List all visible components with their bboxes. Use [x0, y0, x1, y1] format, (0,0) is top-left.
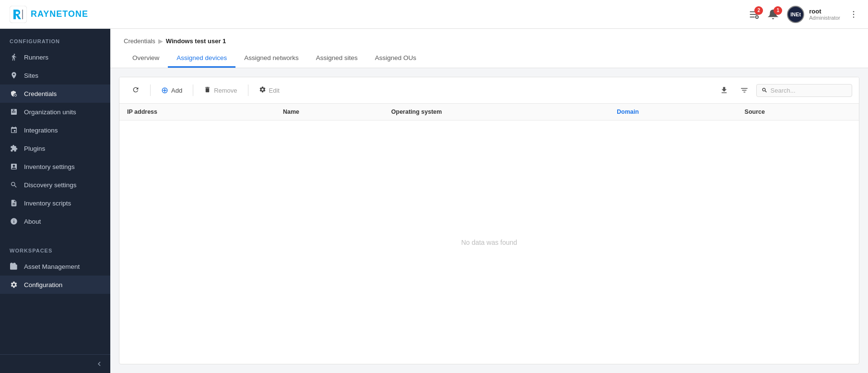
toolbar-divider-3: [248, 84, 248, 96]
credentials-icon: [10, 89, 18, 98]
search-icon: [762, 87, 768, 94]
svg-point-4: [756, 15, 759, 18]
export-button[interactable]: [716, 83, 732, 97]
logo-accent: ONE: [68, 9, 88, 19]
sidebar-label-configuration-workspace: Configuration: [24, 281, 62, 289]
main-layout: Configuration Runners Sites Credentials: [0, 29, 868, 373]
sidebar-item-org-units[interactable]: Organization units: [0, 103, 110, 121]
sidebar-label-plugins: Plugins: [24, 145, 45, 152]
svg-point-5: [853, 11, 855, 12]
sidebar-label-asset-management: Asset Management: [24, 263, 80, 270]
sites-icon: [10, 71, 18, 80]
org-icon: [10, 108, 18, 116]
runner-icon: [10, 53, 18, 61]
sidebar-label-org-units: Organization units: [24, 108, 76, 116]
top-navbar: RAYNETONE 2 1 INEt: [0, 0, 868, 29]
sidebar-item-asset-management[interactable]: Asset Management: [0, 257, 110, 276]
user-area[interactable]: INEt root Administrator: [787, 6, 840, 23]
notification-badge: 1: [774, 6, 782, 15]
edit-label: Edit: [269, 87, 280, 94]
menu-badge: 2: [754, 6, 763, 15]
svg-point-7: [853, 16, 855, 18]
sidebar-item-credentials[interactable]: Credentials: [0, 84, 110, 103]
add-label: Add: [171, 87, 182, 94]
tab-assigned-networks[interactable]: Assigned networks: [235, 49, 307, 68]
add-icon: ⊕: [161, 85, 168, 96]
sidebar-item-plugins[interactable]: Plugins: [0, 139, 110, 157]
sidebar-item-runners[interactable]: Runners: [0, 48, 110, 66]
remove-icon: [204, 86, 211, 95]
navbar-right: 2 1 INEt root Administrator: [749, 6, 858, 23]
devices-table: IP address Name Operating system Domain …: [119, 104, 859, 120]
breadcrumb-separator: ▶: [158, 37, 163, 45]
integrations-icon: [10, 126, 18, 134]
sidebar-label-integrations: Integrations: [24, 127, 58, 134]
page-header: Credentials ▶ Windows test user 1 Overvi…: [110, 29, 868, 68]
sidebar-item-inventory-scripts[interactable]: Inventory scripts: [0, 194, 110, 212]
notification-button[interactable]: 1: [768, 9, 778, 20]
edit-button[interactable]: Edit: [253, 83, 285, 97]
toolbar-divider-2: [193, 84, 193, 96]
tabs-container: Overview Assigned devices Assigned netwo…: [124, 49, 855, 68]
logo-icon: [10, 6, 27, 23]
columns-button[interactable]: [736, 83, 752, 97]
col-ip-address[interactable]: IP address: [119, 104, 275, 120]
col-domain[interactable]: Domain: [609, 104, 737, 120]
table-wrapper: IP address Name Operating system Domain …: [119, 104, 859, 364]
toolbar-divider-1: [150, 84, 151, 96]
sidebar-item-integrations[interactable]: Integrations: [0, 121, 110, 139]
edit-icon: [259, 86, 266, 95]
col-name: Name: [275, 104, 384, 120]
search-input[interactable]: [771, 87, 847, 94]
sidebar-label-about: About: [24, 218, 41, 225]
table-toolbar: ⊕ Add Remove Edit: [119, 77, 859, 104]
breadcrumb-current: Windows test user 1: [166, 37, 226, 45]
asset-icon: [10, 262, 18, 271]
breadcrumb: Credentials ▶ Windows test user 1: [124, 37, 855, 45]
sidebar: Configuration Runners Sites Credentials: [0, 29, 110, 373]
logo-text: RAYNETONE: [31, 9, 88, 19]
menu-lines-button[interactable]: 2: [749, 9, 759, 20]
sidebar-label-runners: Runners: [24, 54, 48, 61]
remove-label: Remove: [214, 87, 237, 94]
breadcrumb-parent[interactable]: Credentials: [124, 37, 155, 45]
sidebar-section-workspaces: Workspaces: [0, 238, 110, 257]
sidebar-label-inventory-scripts: Inventory scripts: [24, 200, 71, 207]
sidebar-item-about[interactable]: About: [0, 212, 110, 230]
empty-state: No data was found: [119, 120, 859, 364]
sidebar-label-discovery-settings: Discovery settings: [24, 181, 77, 189]
tab-assigned-devices[interactable]: Assigned devices: [168, 49, 235, 68]
toolbar-right: [716, 83, 852, 97]
sidebar-label-sites: Sites: [24, 72, 38, 79]
empty-message: No data was found: [461, 239, 517, 246]
table-header: IP address Name Operating system Domain …: [119, 104, 859, 120]
content-area: Credentials ▶ Windows test user 1 Overvi…: [110, 29, 868, 373]
about-icon: [10, 217, 18, 226]
col-operating-system: Operating system: [384, 104, 610, 120]
svg-point-6: [853, 13, 855, 15]
user-avatar: INEt: [787, 6, 804, 23]
add-button[interactable]: ⊕ Add: [155, 82, 188, 98]
remove-button[interactable]: Remove: [198, 83, 243, 97]
sidebar-item-discovery-settings[interactable]: Discovery settings: [0, 176, 110, 194]
plugins-icon: [10, 144, 18, 153]
inventory-settings-icon: [10, 162, 18, 171]
more-menu-button[interactable]: [849, 10, 858, 19]
user-role: Administrator: [809, 15, 840, 21]
sidebar-item-configuration-workspace[interactable]: Configuration: [0, 276, 110, 294]
tab-overview[interactable]: Overview: [124, 49, 168, 68]
tab-assigned-ous[interactable]: Assigned OUs: [366, 49, 425, 68]
sidebar-section-configuration: Configuration: [0, 29, 110, 48]
sidebar-footer: [0, 354, 110, 373]
discovery-settings-icon: [10, 180, 18, 189]
sidebar-item-inventory-settings[interactable]: Inventory settings: [0, 157, 110, 176]
sidebar-label-credentials: Credentials: [24, 90, 57, 97]
refresh-button[interactable]: [126, 83, 145, 98]
sidebar-collapse-button[interactable]: [0, 355, 110, 373]
tab-assigned-sites[interactable]: Assigned sites: [307, 49, 366, 68]
sidebar-label-inventory-settings: Inventory settings: [24, 163, 75, 170]
config-ws-icon: [10, 280, 18, 289]
col-source: Source: [737, 104, 859, 120]
user-name: root: [809, 8, 840, 15]
sidebar-item-sites[interactable]: Sites: [0, 66, 110, 84]
